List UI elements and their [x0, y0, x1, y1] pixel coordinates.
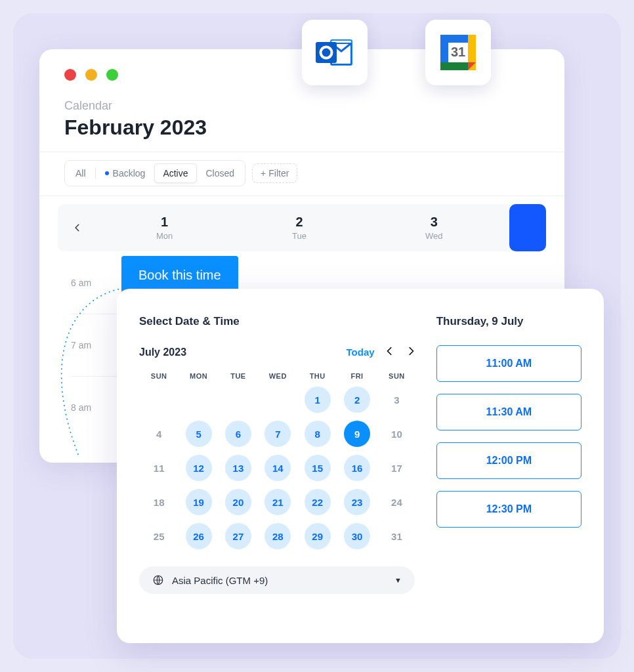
globe-icon — [152, 574, 164, 586]
dow-label: THU — [298, 372, 337, 380]
calendar-day[interactable]: 1 — [298, 385, 337, 414]
week-day-num: 3 — [431, 215, 438, 230]
filter-label: Filter — [268, 168, 289, 178]
week-day-label: Mon — [156, 231, 173, 241]
calendar-day[interactable]: 21 — [258, 488, 297, 516]
eyebrow: Calendar — [64, 99, 564, 113]
calendar-day[interactable]: 13 — [219, 453, 258, 482]
tab-closed[interactable]: Closed — [198, 164, 243, 182]
calendar-day[interactable]: 23 — [337, 488, 377, 516]
tab-backlog[interactable]: Backlog — [97, 164, 154, 182]
month-prev-button[interactable] — [384, 345, 396, 359]
timezone-label: Asia Pacific (GTM +9) — [172, 575, 268, 586]
calendar-day[interactable]: 9 — [337, 419, 377, 448]
month-next-button[interactable] — [405, 345, 417, 359]
calendar-day[interactable]: 26 — [179, 522, 218, 551]
outlook-icon — [314, 34, 355, 71]
page-title: February 2023 — [64, 116, 564, 140]
calendar-day: 3 — [377, 385, 416, 414]
week-day-highlight[interactable] — [509, 204, 546, 251]
dow-label: FRI — [337, 372, 377, 380]
time-slot[interactable]: 11:00 AM — [436, 345, 581, 382]
time-slot[interactable]: 12:30 PM — [436, 491, 581, 528]
plus-icon: + — [261, 168, 266, 178]
filter-tabs: All Backlog Active Closed + Filter — [39, 160, 564, 196]
calendar-day[interactable]: 30 — [337, 522, 377, 551]
chevron-right-icon — [406, 346, 415, 356]
add-filter-button[interactable]: + Filter — [252, 163, 297, 183]
dot-icon — [105, 171, 109, 175]
gcal-day-number: 31 — [451, 45, 465, 59]
dow-label: MON — [179, 372, 218, 380]
days-grid: 1234567891011121314151617181920212223242… — [139, 385, 417, 551]
calendar-day[interactable]: 7 — [258, 419, 297, 448]
svg-rect-2 — [316, 42, 337, 63]
dow-label: TUE — [219, 372, 258, 380]
week-day[interactable]: 3 Wed — [367, 204, 501, 251]
close-icon[interactable] — [64, 69, 76, 81]
calendar-day: 18 — [139, 488, 179, 516]
calendar-day: 17 — [377, 453, 416, 482]
calendar-day: 4 — [139, 419, 179, 448]
week-day-num: 1 — [161, 215, 168, 230]
calendar-day[interactable]: 29 — [298, 522, 337, 551]
outlook-badge — [302, 20, 368, 85]
calendar-day: 10 — [377, 419, 416, 448]
chevron-down-icon: ▼ — [394, 576, 402, 584]
calendar-day: 11 — [139, 453, 179, 482]
week-day-num: 2 — [295, 215, 303, 230]
calendar-day[interactable]: 22 — [298, 488, 337, 516]
calendar-day[interactable]: 2 — [337, 385, 377, 414]
calendar-day — [179, 385, 218, 414]
chevron-left-icon — [73, 223, 82, 232]
calendar-day — [258, 385, 297, 414]
calendar-day[interactable]: 6 — [219, 419, 258, 448]
week-prev-button[interactable] — [58, 204, 97, 251]
calendar-day[interactable]: 8 — [298, 419, 337, 448]
tab-all[interactable]: All — [68, 164, 94, 182]
calendar-day[interactable]: 27 — [219, 522, 258, 551]
dow-row: SUNMONTUEWEDTHUFRISUN — [139, 372, 417, 380]
today-button[interactable]: Today — [347, 346, 375, 358]
week-day[interactable]: 2 Tue — [232, 204, 366, 251]
calendar-day[interactable]: 14 — [258, 453, 297, 482]
week-bar: 1 Mon 2 Tue 3 Wed — [58, 204, 546, 251]
picker-title: Select Date & Time — [139, 315, 417, 328]
calendar-day[interactable]: 20 — [219, 488, 258, 516]
calendar-day: 31 — [377, 522, 416, 551]
picker-month: July 2023 — [139, 346, 186, 358]
timezone-select[interactable]: Asia Pacific (GTM +9) ▼ — [139, 566, 415, 594]
calendar-day — [219, 385, 258, 414]
selected-date-label: Thursday, 9 July — [436, 315, 581, 328]
calendar-day — [139, 385, 179, 414]
divider — [39, 152, 564, 152]
divider — [39, 196, 564, 196]
time-slot[interactable]: 11:30 AM — [436, 394, 581, 430]
calendar-day[interactable]: 19 — [179, 488, 218, 516]
calendar-day[interactable]: 16 — [337, 453, 377, 482]
calendar-day[interactable]: 5 — [179, 419, 218, 448]
week-day-label: Tue — [292, 231, 306, 241]
week-day[interactable]: 1 Mon — [97, 204, 232, 251]
google-calendar-badge: 31 — [425, 20, 491, 85]
time-slot[interactable]: 12:00 PM — [436, 442, 581, 479]
calendar-day: 25 — [139, 522, 179, 551]
calendar-day[interactable]: 15 — [298, 453, 337, 482]
datetime-picker: Select Date & Time July 2023 Today SUNMO… — [117, 289, 604, 643]
minimize-icon[interactable] — [85, 69, 97, 81]
dow-label: WED — [258, 372, 297, 380]
tab-backlog-label: Backlog — [113, 168, 146, 178]
dow-label: SUN — [139, 372, 179, 380]
calendar-day[interactable]: 28 — [258, 522, 297, 551]
maximize-icon[interactable] — [106, 69, 118, 81]
calendar-day: 24 — [377, 488, 416, 516]
tab-active[interactable]: Active — [154, 163, 196, 183]
week-day-label: Wed — [425, 231, 443, 241]
calendar-day[interactable]: 12 — [179, 453, 218, 482]
chevron-left-icon — [385, 346, 394, 356]
dow-label: SUN — [377, 372, 416, 380]
google-calendar-icon: 31 — [438, 32, 478, 73]
